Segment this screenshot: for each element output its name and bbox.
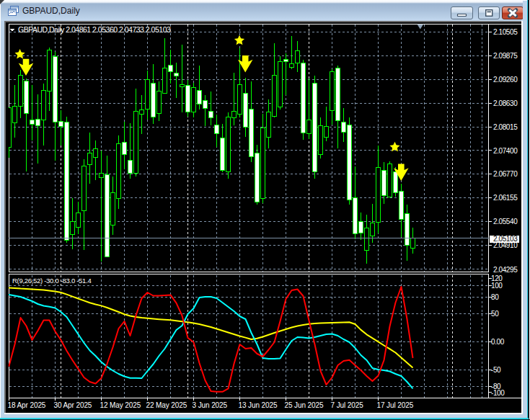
svg-text:30 Apr 2025: 30 Apr 2025 (54, 401, 92, 409)
svg-text:2.06770: 2.06770 (493, 170, 518, 178)
svg-text:25 Jun 2025: 25 Jun 2025 (285, 401, 324, 409)
svg-text:2.10505: 2.10505 (493, 28, 518, 36)
svg-text:2.08630: 2.08630 (493, 99, 518, 107)
svg-text:2.06155: 2.06155 (493, 194, 518, 202)
svg-text:2.09875: 2.09875 (493, 52, 518, 60)
svg-text:50: 50 (491, 310, 499, 318)
svg-text:100: 100 (491, 282, 503, 290)
svg-text:R(9,26,52) -30.0 -83.0 -51.4: R(9,26,52) -30.0 -83.0 -51.4 (12, 277, 91, 285)
svg-text:3 Jun 2025: 3 Jun 2025 (193, 401, 228, 409)
svg-text:-50: -50 (491, 366, 501, 374)
svg-text:2.04295: 2.04295 (493, 266, 518, 274)
svg-text:7 Jul 2025: 7 Jul 2025 (331, 401, 364, 409)
svg-text:12 May 2025: 12 May 2025 (100, 401, 141, 409)
svg-text:17 Jul 2025: 17 Jul 2025 (377, 401, 414, 409)
svg-text:80: 80 (491, 293, 499, 301)
svg-text:18 Apr 2025: 18 Apr 2025 (8, 401, 46, 409)
svg-text:2.05540: 2.05540 (493, 218, 518, 225)
svg-text:13 Jun 2025: 13 Jun 2025 (239, 401, 278, 409)
svg-text:-100: -100 (491, 389, 505, 397)
svg-text:0.00: 0.00 (491, 338, 505, 346)
svg-text:2.08015: 2.08015 (493, 123, 518, 131)
svg-text:2.07400: 2.07400 (493, 147, 518, 155)
svg-text:2.05103: 2.05103 (493, 235, 518, 243)
svg-text:22 May 2025: 22 May 2025 (146, 401, 187, 409)
svg-text:2.09260: 2.09260 (493, 76, 518, 84)
svg-text:GBPAUD,Daily 2.04861 2.05360: GBPAUD,Daily 2.04861 2.05360 2.04733 2.0… (18, 25, 171, 34)
